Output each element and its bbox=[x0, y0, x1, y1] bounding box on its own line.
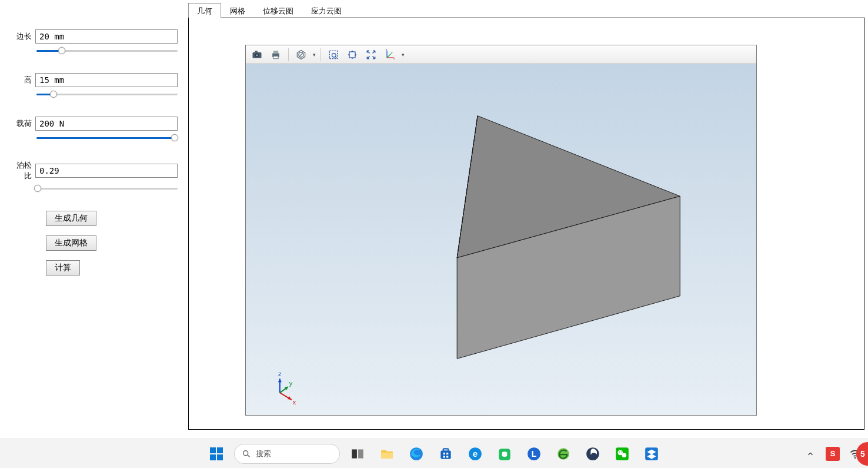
height-input[interactable] bbox=[35, 73, 178, 87]
render-area[interactable]: z x y bbox=[246, 64, 756, 415]
svg-text:z: z bbox=[386, 49, 388, 52]
param-poisson: 泊松比 bbox=[11, 160, 178, 193]
zoom-box-icon[interactable] bbox=[325, 47, 342, 63]
tab-geometry[interactable]: 几何 bbox=[188, 3, 221, 18]
layers-app-icon[interactable] bbox=[640, 442, 663, 466]
svg-line-30 bbox=[248, 455, 249, 457]
generate-geometry-button[interactable]: 生成几何 bbox=[46, 211, 96, 226]
load-slider[interactable] bbox=[36, 134, 178, 142]
param-label: 泊松比 bbox=[11, 160, 35, 181]
poisson-slider[interactable] bbox=[36, 185, 178, 193]
tab-mesh[interactable]: 网格 bbox=[221, 3, 254, 18]
param-edge-length: 边长 bbox=[11, 29, 178, 55]
no-entry-icon[interactable] bbox=[292, 47, 310, 63]
file-explorer-icon[interactable] bbox=[375, 442, 399, 466]
svg-line-9 bbox=[299, 52, 303, 57]
svg-point-11 bbox=[332, 53, 336, 57]
main-panel: 几何 网格 位移云图 应力云图 ▾ bbox=[188, 0, 868, 439]
svg-text:x: x bbox=[393, 57, 395, 60]
dropdown-arrow-icon[interactable]: ▾ bbox=[311, 52, 317, 58]
app-root: 边长 高 载荷 bbox=[0, 0, 868, 439]
edge-icon[interactable] bbox=[405, 442, 428, 466]
svg-point-54 bbox=[854, 457, 856, 459]
svg-text:e: e bbox=[473, 449, 478, 459]
poisson-input[interactable] bbox=[35, 164, 178, 178]
taskbar-search[interactable]: 搜索 bbox=[234, 444, 340, 464]
param-label: 载荷 bbox=[11, 118, 35, 129]
svg-rect-13 bbox=[349, 52, 355, 58]
param-label: 边长 bbox=[11, 31, 35, 42]
search-icon bbox=[242, 449, 251, 459]
taskbar: 搜索 e L S 5 bbox=[0, 439, 868, 468]
svg-line-12 bbox=[335, 57, 337, 58]
windows-logo-icon bbox=[210, 447, 223, 460]
axis-z-label: z bbox=[278, 370, 282, 377]
print-icon[interactable] bbox=[267, 47, 285, 63]
param-label: 高 bbox=[11, 75, 35, 85]
sidebar: 边长 高 载荷 bbox=[0, 0, 188, 439]
svg-rect-40 bbox=[446, 456, 448, 457]
svg-point-2 bbox=[256, 54, 258, 56]
system-tray: S bbox=[803, 447, 862, 461]
action-buttons: 生成几何 生成网格 计算 bbox=[46, 211, 178, 276]
svg-rect-36 bbox=[443, 449, 449, 451]
svg-rect-37 bbox=[443, 452, 445, 454]
compute-button[interactable]: 计算 bbox=[46, 260, 80, 276]
axis-y-label: y bbox=[289, 380, 293, 387]
param-load: 载荷 bbox=[11, 117, 178, 142]
svg-point-51 bbox=[619, 451, 620, 452]
svg-rect-5 bbox=[273, 51, 278, 53]
tabbar: 几何 网格 位移云图 应力云图 bbox=[188, 2, 864, 18]
param-height: 高 bbox=[11, 73, 178, 99]
fit-icon[interactable] bbox=[362, 47, 380, 63]
axes-icon[interactable]: zxy bbox=[381, 47, 399, 63]
edge-length-input[interactable] bbox=[35, 29, 178, 44]
search-placeholder: 搜索 bbox=[256, 449, 271, 459]
browser-e-icon[interactable]: e bbox=[463, 442, 487, 466]
svg-rect-6 bbox=[273, 56, 278, 58]
ime-indicator[interactable]: S bbox=[826, 447, 840, 461]
start-button[interactable] bbox=[205, 442, 228, 466]
canvas-frame: ▾ zxy ▾ bbox=[188, 18, 864, 430]
viewer: ▾ zxy ▾ bbox=[245, 45, 757, 416]
viewer-toolbar: ▾ zxy ▾ bbox=[246, 45, 756, 64]
swirl-app-icon[interactable] bbox=[581, 442, 605, 466]
chat-app-icon[interactable] bbox=[493, 442, 516, 466]
dropdown-arrow-icon[interactable]: ▾ bbox=[400, 52, 406, 58]
svg-rect-32 bbox=[358, 449, 363, 458]
camera-icon[interactable] bbox=[248, 47, 266, 63]
ms-store-icon[interactable] bbox=[434, 442, 458, 466]
svg-rect-3 bbox=[255, 51, 258, 52]
pan-icon[interactable] bbox=[343, 47, 361, 63]
tray-overflow-icon[interactable] bbox=[803, 447, 817, 461]
svg-text:y: y bbox=[391, 50, 393, 54]
edge-length-slider[interactable] bbox=[36, 47, 178, 55]
tab-displacement[interactable]: 位移云图 bbox=[254, 3, 302, 18]
svg-rect-39 bbox=[443, 456, 445, 457]
side-tab-icon[interactable]: 5 bbox=[856, 442, 868, 466]
svg-rect-33 bbox=[381, 452, 393, 458]
svg-rect-38 bbox=[446, 452, 448, 454]
svg-rect-31 bbox=[352, 449, 357, 458]
height-slider[interactable] bbox=[36, 91, 178, 99]
svg-point-50 bbox=[622, 453, 626, 457]
task-view-icon[interactable] bbox=[346, 442, 369, 466]
svg-point-29 bbox=[243, 450, 248, 455]
generate-mesh-button[interactable]: 生成网格 bbox=[46, 235, 96, 251]
tab-stress[interactable]: 应力云图 bbox=[302, 3, 350, 18]
load-input[interactable] bbox=[35, 117, 178, 131]
ie-icon[interactable] bbox=[552, 442, 575, 466]
toolbar-separator bbox=[288, 48, 289, 61]
svg-line-16 bbox=[387, 54, 391, 58]
circle-l-icon[interactable]: L bbox=[522, 442, 546, 466]
svg-marker-24 bbox=[278, 379, 282, 382]
svg-text:L: L bbox=[532, 449, 537, 459]
wechat-icon[interactable] bbox=[610, 442, 634, 466]
axis-x-label: x bbox=[293, 399, 296, 406]
svg-text:5: 5 bbox=[860, 449, 865, 459]
toolbar-separator bbox=[321, 48, 321, 61]
svg-point-52 bbox=[621, 451, 622, 452]
